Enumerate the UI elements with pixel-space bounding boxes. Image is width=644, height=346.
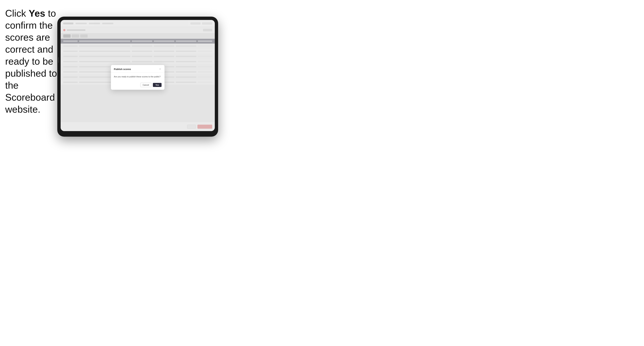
instruction-suffix: to confirm the scores are correct and re… [5,8,57,115]
yes-button[interactable]: Yes [153,83,162,87]
modal-footer: Cancel Yes [111,81,164,90]
instruction-bold: Yes [29,8,45,19]
modal-close-button[interactable]: × [158,68,162,71]
modal-message: Are you ready to publish these scores to… [114,75,162,78]
tablet-side-button [58,57,59,63]
modal-title: Publish scores [114,68,131,71]
publish-scores-modal: Publish scores × Are you ready to publis… [111,65,164,90]
modal-overlay: Publish scores × Are you ready to publis… [61,20,215,131]
tablet-screen: Publish scores × Are you ready to publis… [61,20,215,131]
instruction-prefix: Click [5,8,29,19]
instruction-text: Click Yes to confirm the scores are corr… [5,7,59,115]
cancel-button[interactable]: Cancel [140,83,152,87]
modal-body: Are you ready to publish these scores to… [111,73,164,81]
tablet-device: Publish scores × Are you ready to publis… [57,17,218,137]
modal-header: Publish scores × [111,65,164,73]
